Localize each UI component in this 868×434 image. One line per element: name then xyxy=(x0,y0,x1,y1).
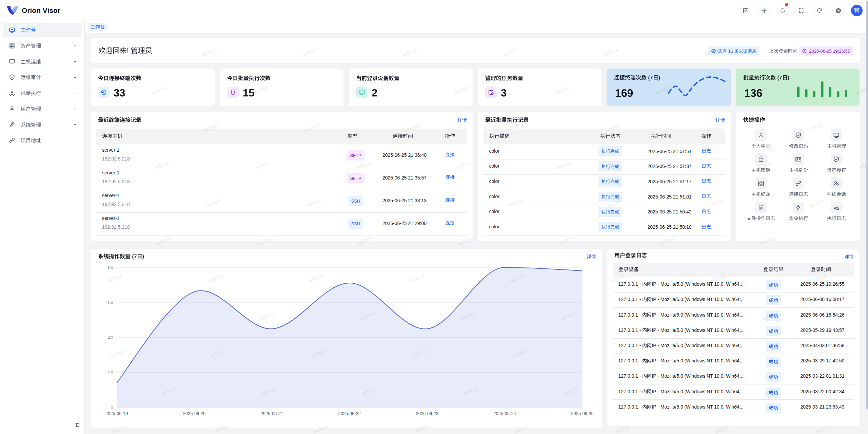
svg-text:0: 0 xyxy=(111,405,113,410)
svg-text:2025-06-21: 2025-06-21 xyxy=(261,411,283,416)
svg-text:2025-06-19: 2025-06-19 xyxy=(105,411,128,416)
svg-text:60: 60 xyxy=(108,300,113,305)
svg-text:2025-06-24: 2025-06-24 xyxy=(493,411,516,416)
svg-text:80: 80 xyxy=(108,265,113,270)
svg-text:2025-06-22: 2025-06-22 xyxy=(338,411,361,416)
svg-text:20: 20 xyxy=(108,370,113,375)
svg-text:2025-06-23: 2025-06-23 xyxy=(416,411,438,416)
svg-text:40: 40 xyxy=(108,335,113,340)
svg-text:2025-06-25: 2025-06-25 xyxy=(571,411,594,416)
svg-text:2025-06-20: 2025-06-20 xyxy=(183,411,206,416)
